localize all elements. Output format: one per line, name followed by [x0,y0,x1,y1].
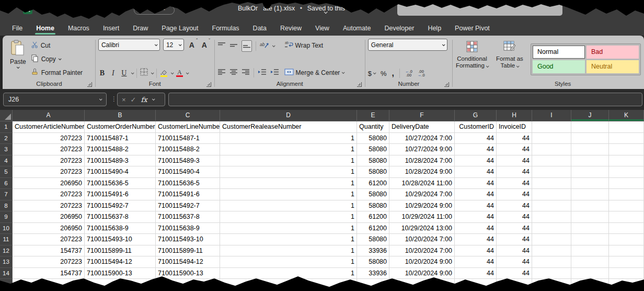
cell[interactable]: 206950 [13,211,85,223]
format-as-table-button[interactable]: Format as Table [493,39,526,80]
cell-empty[interactable] [532,200,571,212]
decrease-indent-button[interactable] [258,68,267,77]
cell[interactable]: 44 [497,211,532,223]
top-align-button[interactable] [217,41,226,51]
column-header-G[interactable]: G [455,110,497,121]
cell[interactable]: 58080 [357,234,389,245]
tab-developer[interactable]: Developer [377,21,421,36]
cell[interactable]: 207223 [13,155,85,167]
fill-color-dropdown-chevron-icon[interactable] [171,71,174,74]
cell-empty[interactable] [571,121,609,133]
tab-help[interactable]: Help [421,21,448,36]
cell[interactable]: 44 [497,144,532,155]
comma-style-button[interactable]: , [392,69,394,78]
cell-empty[interactable] [571,256,609,268]
cell-empty[interactable] [571,279,609,290]
accounting-dropdown-chevron-icon[interactable] [373,71,376,74]
cell[interactable]: 206950 [13,178,85,189]
cell[interactable]: 44 [497,245,532,257]
font-color-dropdown-chevron-icon[interactable] [186,71,189,74]
clipboard-dialog-launcher-icon[interactable] [87,82,92,87]
tab-power-pivot[interactable]: Power Pivot [448,21,497,36]
orientation-dropdown-chevron-icon[interactable] [272,44,275,47]
row-header-1[interactable]: 1 [0,121,13,133]
cell[interactable]: 10/29/2024 7:00 [389,189,455,200]
cell[interactable]: 7100115493-10 [156,234,220,245]
row-header-13[interactable]: 13 [0,256,13,268]
tab-automate[interactable]: Automate [336,21,378,36]
cell-empty[interactable] [571,268,609,279]
cell[interactable]: 61200 [357,178,389,189]
title-dropdown-chevron-icon[interactable] [324,6,327,16]
cell[interactable]: 61200 [357,211,389,223]
cell[interactable]: 58080 [357,155,389,167]
cell-empty[interactable] [532,279,571,290]
font-size-select[interactable]: 12 [163,39,184,51]
orientation-button[interactable]: ab [260,41,269,51]
cell[interactable]: 44 [455,144,497,155]
cell[interactable]: 1 [220,166,357,178]
bold-button[interactable]: B [98,69,106,77]
column-header-E[interactable]: E [357,110,389,121]
tab-draw[interactable]: Draw [126,21,155,36]
cell[interactable]: 154737 [13,245,85,257]
tab-insert[interactable]: Insert [96,21,126,36]
cell[interactable]: 207223 [13,189,85,200]
cell-field-header-1[interactable]: CustomerOrderNumber [85,121,156,133]
font-color-button[interactable]: A [176,70,183,77]
cell[interactable]: 44 [497,166,532,178]
column-header-H[interactable]: H [497,110,532,121]
cell-empty[interactable] [571,200,609,212]
cell[interactable]: 7100115900-13 [85,268,156,279]
cell-empty[interactable] [609,211,644,223]
cell[interactable]: 44 [497,178,532,189]
cell-empty[interactable] [609,144,644,155]
cell-empty[interactable] [497,279,532,290]
cell-empty[interactable] [13,279,85,290]
cell[interactable]: 207223 [13,256,85,268]
cell[interactable]: 7100115636-5 [156,178,220,189]
cell[interactable]: 44 [455,223,497,234]
underline-dropdown-chevron-icon[interactable] [131,71,134,74]
cell[interactable]: 44 [455,211,497,223]
cell-empty[interactable] [156,279,220,290]
borders-dropdown-chevron-icon[interactable] [151,71,154,74]
tab-home[interactable]: Home [29,21,61,36]
cell-empty[interactable] [571,166,609,178]
wrap-text-button[interactable]: ab Wrap Text [284,40,344,50]
cell-empty[interactable] [571,155,609,167]
cell[interactable]: 44 [455,268,497,279]
copy-dropdown-chevron-icon[interactable] [59,57,62,60]
increase-indent-button[interactable] [270,68,279,77]
cell[interactable]: 7100115899-11 [156,245,220,257]
cell[interactable]: 58080 [357,144,389,155]
cell[interactable]: 1 [220,256,357,268]
cell-empty[interactable] [609,234,644,245]
cell[interactable]: 1 [220,178,357,189]
cell-empty[interactable] [571,133,609,144]
cell[interactable]: 7100115492-7 [85,200,156,212]
cell[interactable]: 207223 [13,200,85,212]
style-normal[interactable]: Normal [533,46,585,59]
font-name-select[interactable]: Calibri [98,39,160,51]
cell[interactable]: 44 [455,200,497,212]
cell[interactable]: 7100115637-8 [85,211,156,223]
cell-empty[interactable] [571,144,609,155]
cell-empty[interactable] [357,279,389,290]
cell-empty[interactable] [571,234,609,245]
cell[interactable]: 1 [220,234,357,245]
row-header-14[interactable]: 14 [0,268,13,279]
cell-empty[interactable] [532,245,571,257]
format-painter-button[interactable]: Format Painter [31,68,83,77]
cell[interactable]: 1 [220,144,357,155]
cell-empty[interactable] [609,189,644,200]
cell[interactable]: 1 [220,200,357,212]
cell[interactable]: 44 [455,189,497,200]
tab-macros[interactable]: Macros [61,21,96,36]
cell-empty[interactable] [532,144,571,155]
cell[interactable]: 207223 [13,133,85,144]
cell-empty[interactable] [532,178,571,189]
column-header-F[interactable]: F [389,110,455,121]
column-header-K[interactable]: K [609,110,644,121]
cell[interactable]: 7100115489-3 [156,155,220,167]
